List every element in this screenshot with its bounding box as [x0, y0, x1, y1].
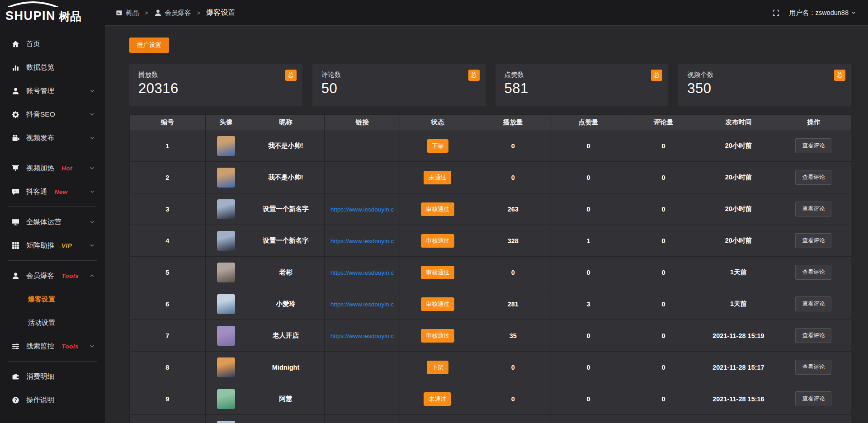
- sidebar-item-douyin-seo[interactable]: 抖音SEO: [0, 103, 105, 126]
- view-comments-button[interactable]: 查看评论: [795, 202, 831, 216]
- chevron-down-icon: [90, 189, 95, 194]
- sidebar-item-operation-guide[interactable]: ? 操作说明: [0, 388, 105, 412]
- avatar: [217, 231, 235, 251]
- chevron-down-icon[interactable]: [851, 10, 856, 15]
- status-badge: 审核通过: [421, 202, 454, 216]
- panel-icon: [116, 9, 123, 16]
- cell-link: https://www.iesdouyin.c: [324, 257, 400, 288]
- total-badge: 总: [285, 70, 297, 81]
- table-row: 7 老人开店 https://www.iesdouyin.c 审核通过 35 0…: [130, 320, 851, 352]
- bar-chart-icon: [11, 64, 20, 71]
- sidebar-item-badge: Tools: [61, 343, 79, 350]
- fullscreen-icon[interactable]: [773, 9, 779, 16]
- cell-comments: 0: [626, 162, 701, 193]
- sidebar-item-label: 数据总览: [26, 63, 54, 72]
- sidebar-item-home[interactable]: 首页: [0, 32, 105, 56]
- cell-status: 审核通过: [400, 288, 475, 320]
- cell-status: 未通过: [400, 383, 475, 415]
- cell-plays: 0: [475, 130, 551, 162]
- cell-link: [324, 415, 400, 423]
- sidebar-item-video-heat[interactable]: 视频加热 Hot: [0, 156, 105, 180]
- cell-comments: 0: [626, 352, 701, 383]
- avatar: [217, 357, 235, 377]
- cell-link: [324, 130, 400, 162]
- cell-id: 6: [130, 288, 206, 320]
- sidebar-item-consumption-detail[interactable]: 消费明细: [0, 365, 105, 388]
- sidebar-item-account-management[interactable]: 账号管理: [0, 79, 105, 103]
- sidebar-item-member-baoke[interactable]: 会员爆客 Tools: [0, 264, 105, 287]
- video-link[interactable]: https://www.iesdouyin.c: [330, 301, 394, 308]
- cell-link: [324, 383, 400, 415]
- username[interactable]: zswodun88: [816, 9, 849, 16]
- video-link[interactable]: https://www.iesdouyin.c: [330, 238, 394, 244]
- cell-link: https://www.iesdouyin.c: [324, 193, 400, 225]
- sidebar-item-label: 视频加热: [26, 164, 54, 173]
- view-comments-button[interactable]: 查看评论: [795, 360, 831, 375]
- view-comments-button[interactable]: 查看评论: [795, 138, 831, 153]
- cell-plays: [475, 415, 551, 423]
- sidebar-item-data-overview[interactable]: 数据总览: [0, 56, 105, 79]
- cell-link: https://www.iesdouyin.c: [324, 288, 400, 320]
- stat-cards: 播放数 20316 总 评论数 50 总 点赞数 581 总 视频个数 350 …: [129, 64, 851, 106]
- main-area: 树品 > 会员爆客 > 爆客设置 用户名： zswodun88 推广设置: [105, 0, 868, 423]
- sidebar-subitem-label: 活动设置: [28, 319, 55, 327]
- breadcrumb-item-shupin[interactable]: 树品: [116, 9, 139, 17]
- sidebar-item-label: 矩阵助推: [26, 241, 54, 250]
- cell-time: 1天前: [701, 288, 776, 320]
- cell-avatar: [205, 383, 247, 415]
- cell-likes: 0: [551, 383, 626, 415]
- chevron-down-icon: [90, 219, 95, 225]
- total-badge: 总: [468, 70, 480, 81]
- table-row: 6 小爱玲 https://www.iesdouyin.c 审核通过 281 3…: [130, 288, 851, 320]
- cell-action: [776, 415, 851, 423]
- column-header: 链接: [324, 115, 400, 130]
- view-comments-button[interactable]: 查看评论: [795, 391, 831, 406]
- view-comments-button[interactable]: 查看评论: [795, 296, 831, 311]
- cell-action: 查看评论: [776, 383, 851, 415]
- stat-card: 评论数 50 总: [312, 64, 486, 106]
- stat-value: 20316: [138, 80, 293, 97]
- sidebar: SHUPIN 树品 首页 数据总览 账号管理 抖音SEO 视频发布 视频加热 H…: [0, 0, 105, 423]
- breadcrumb-item-member-baoke[interactable]: 会员爆客: [154, 9, 191, 17]
- sidebar-subitem-activity-settings[interactable]: 活动设置: [0, 311, 105, 334]
- cell-id: 7: [130, 320, 206, 352]
- breadcrumb-separator: >: [145, 9, 148, 16]
- avatar: [217, 263, 235, 282]
- sidebar-item-badge: Tools: [61, 273, 79, 279]
- sidebar-divider: [8, 260, 97, 261]
- cell-action: 查看评论: [776, 225, 851, 257]
- sidebar-item-media-operation[interactable]: 全媒体运营: [0, 210, 105, 234]
- stat-card: 播放数 20316 总: [129, 64, 302, 106]
- stat-value: 350: [687, 80, 842, 97]
- view-comments-button[interactable]: 查看评论: [795, 233, 831, 248]
- status-badge: 审核通过: [421, 266, 454, 279]
- cell-id: 5: [130, 257, 206, 288]
- chevron-down-icon: [90, 343, 95, 349]
- table-row: 3 设置一个新名字 https://www.iesdouyin.c 审核通过 2…: [130, 193, 851, 225]
- sidebar-item-matrix-boost[interactable]: 矩阵助推 VIP: [0, 234, 105, 257]
- cell-avatar: [205, 288, 247, 320]
- view-comments-button[interactable]: 查看评论: [795, 170, 831, 185]
- cell-comments: 0: [626, 383, 701, 415]
- sidebar-item-clue-monitor[interactable]: 线索监控 Tools: [0, 334, 105, 358]
- cell-plays: 328: [475, 225, 551, 257]
- svg-text:?: ?: [14, 398, 17, 403]
- cell-comments: 0: [626, 288, 701, 320]
- cell-comments: [626, 415, 701, 423]
- cell-time: 2021-11-28 15:17: [701, 352, 776, 383]
- stat-label: 播放数: [138, 70, 293, 79]
- logo-brand-cn: 树品: [59, 11, 81, 22]
- sidebar-item-doukotong[interactable]: 抖客通 New: [0, 180, 105, 203]
- cell-likes: 0: [551, 352, 626, 383]
- video-link[interactable]: https://www.iesdouyin.c: [330, 333, 394, 339]
- total-badge: 总: [834, 70, 845, 81]
- cell-time: 2021-11-28 15:19: [701, 320, 776, 352]
- chevron-down-icon: [90, 135, 95, 141]
- view-comments-button[interactable]: 查看评论: [795, 328, 831, 343]
- view-comments-button[interactable]: 查看评论: [795, 265, 831, 280]
- video-link[interactable]: https://www.iesdouyin.c: [330, 206, 394, 213]
- video-link[interactable]: https://www.iesdouyin.c: [330, 269, 394, 276]
- sidebar-subitem-baoke-settings[interactable]: 爆客设置: [0, 287, 105, 311]
- promo-settings-button[interactable]: 推广设置: [129, 38, 169, 53]
- sidebar-item-video-publish[interactable]: 视频发布: [0, 126, 105, 150]
